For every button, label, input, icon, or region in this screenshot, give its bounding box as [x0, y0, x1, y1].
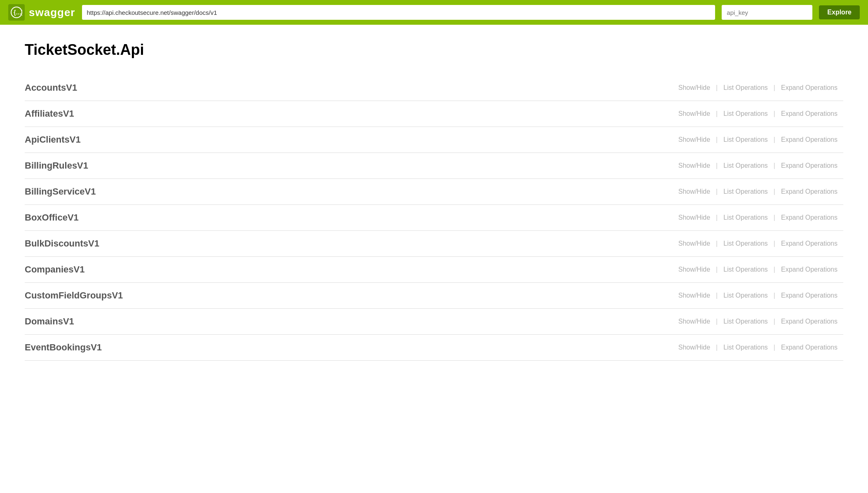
resource-list: AccountsV1Show/Hide|List Operations|Expa…	[25, 75, 843, 361]
resource-row: BillingServiceV1Show/Hide|List Operation…	[25, 179, 843, 205]
list-operations-link[interactable]: List Operations	[718, 110, 774, 117]
list-operations-link[interactable]: List Operations	[718, 240, 774, 247]
expand-operations-link[interactable]: Expand Operations	[775, 266, 843, 273]
resource-actions: Show/Hide|List Operations|Expand Operati…	[673, 136, 843, 143]
expand-operations-link[interactable]: Expand Operations	[775, 344, 843, 351]
header: {…} swagger Explore	[0, 0, 868, 25]
resource-row: AccountsV1Show/Hide|List Operations|Expa…	[25, 75, 843, 101]
resource-actions: Show/Hide|List Operations|Expand Operati…	[673, 240, 843, 247]
resource-name[interactable]: AccountsV1	[25, 82, 77, 93]
logo-text: swagger	[29, 6, 75, 19]
list-operations-link[interactable]: List Operations	[718, 266, 774, 273]
show-hide-link[interactable]: Show/Hide	[673, 292, 716, 299]
show-hide-link[interactable]: Show/Hide	[673, 318, 716, 325]
page-title: TicketSocket.Api	[25, 41, 843, 59]
resource-actions: Show/Hide|List Operations|Expand Operati…	[673, 292, 843, 299]
resource-name[interactable]: BoxOfficeV1	[25, 212, 79, 223]
list-operations-link[interactable]: List Operations	[718, 318, 774, 325]
main-content: TicketSocket.Api AccountsV1Show/Hide|Lis…	[0, 25, 868, 377]
resource-name[interactable]: BulkDiscountsV1	[25, 238, 99, 249]
show-hide-link[interactable]: Show/Hide	[673, 136, 716, 143]
svg-text:{…}: {…}	[14, 9, 22, 16]
expand-operations-link[interactable]: Expand Operations	[775, 162, 843, 169]
resource-row: EventBookingsV1Show/Hide|List Operations…	[25, 335, 843, 361]
resource-actions: Show/Hide|List Operations|Expand Operati…	[673, 84, 843, 92]
show-hide-link[interactable]: Show/Hide	[673, 84, 716, 92]
resource-name[interactable]: CompaniesV1	[25, 264, 85, 275]
show-hide-link[interactable]: Show/Hide	[673, 110, 716, 117]
resource-row: ApiClientsV1Show/Hide|List Operations|Ex…	[25, 127, 843, 153]
url-input[interactable]	[82, 5, 716, 20]
resource-actions: Show/Hide|List Operations|Expand Operati…	[673, 318, 843, 325]
resource-row: BulkDiscountsV1Show/Hide|List Operations…	[25, 231, 843, 257]
resource-actions: Show/Hide|List Operations|Expand Operati…	[673, 266, 843, 273]
resource-row: CompaniesV1Show/Hide|List Operations|Exp…	[25, 257, 843, 283]
expand-operations-link[interactable]: Expand Operations	[775, 136, 843, 143]
show-hide-link[interactable]: Show/Hide	[673, 344, 716, 351]
resource-row: BoxOfficeV1Show/Hide|List Operations|Exp…	[25, 205, 843, 231]
resource-name[interactable]: BillingServiceV1	[25, 186, 96, 197]
resource-name[interactable]: AffiliatesV1	[25, 108, 74, 119]
list-operations-link[interactable]: List Operations	[718, 292, 774, 299]
list-operations-link[interactable]: List Operations	[718, 344, 774, 351]
resource-row: BillingRulesV1Show/Hide|List Operations|…	[25, 153, 843, 179]
show-hide-link[interactable]: Show/Hide	[673, 188, 716, 195]
expand-operations-link[interactable]: Expand Operations	[775, 240, 843, 247]
show-hide-link[interactable]: Show/Hide	[673, 240, 716, 247]
resource-row: DomainsV1Show/Hide|List Operations|Expan…	[25, 309, 843, 335]
list-operations-link[interactable]: List Operations	[718, 214, 774, 221]
list-operations-link[interactable]: List Operations	[718, 84, 774, 92]
show-hide-link[interactable]: Show/Hide	[673, 266, 716, 273]
show-hide-link[interactable]: Show/Hide	[673, 162, 716, 169]
resource-name[interactable]: BillingRulesV1	[25, 160, 88, 171]
expand-operations-link[interactable]: Expand Operations	[775, 188, 843, 195]
api-key-input[interactable]	[722, 5, 812, 20]
resource-row: CustomFieldGroupsV1Show/Hide|List Operat…	[25, 283, 843, 309]
list-operations-link[interactable]: List Operations	[718, 162, 774, 169]
resource-actions: Show/Hide|List Operations|Expand Operati…	[673, 110, 843, 117]
list-operations-link[interactable]: List Operations	[718, 188, 774, 195]
swagger-icon: {…}	[8, 4, 25, 21]
resource-name[interactable]: EventBookingsV1	[25, 342, 102, 353]
resource-actions: Show/Hide|List Operations|Expand Operati…	[673, 162, 843, 169]
expand-operations-link[interactable]: Expand Operations	[775, 84, 843, 92]
resource-actions: Show/Hide|List Operations|Expand Operati…	[673, 188, 843, 195]
resource-actions: Show/Hide|List Operations|Expand Operati…	[673, 344, 843, 351]
list-operations-link[interactable]: List Operations	[718, 136, 774, 143]
logo-area: {…} swagger	[8, 4, 75, 21]
show-hide-link[interactable]: Show/Hide	[673, 214, 716, 221]
resource-actions: Show/Hide|List Operations|Expand Operati…	[673, 214, 843, 221]
resource-row: AffiliatesV1Show/Hide|List Operations|Ex…	[25, 101, 843, 127]
resource-name[interactable]: DomainsV1	[25, 316, 74, 327]
resource-name[interactable]: ApiClientsV1	[25, 134, 81, 145]
expand-operations-link[interactable]: Expand Operations	[775, 214, 843, 221]
expand-operations-link[interactable]: Expand Operations	[775, 318, 843, 325]
expand-operations-link[interactable]: Expand Operations	[775, 110, 843, 117]
explore-button[interactable]: Explore	[819, 5, 860, 19]
resource-name[interactable]: CustomFieldGroupsV1	[25, 290, 123, 301]
expand-operations-link[interactable]: Expand Operations	[775, 292, 843, 299]
